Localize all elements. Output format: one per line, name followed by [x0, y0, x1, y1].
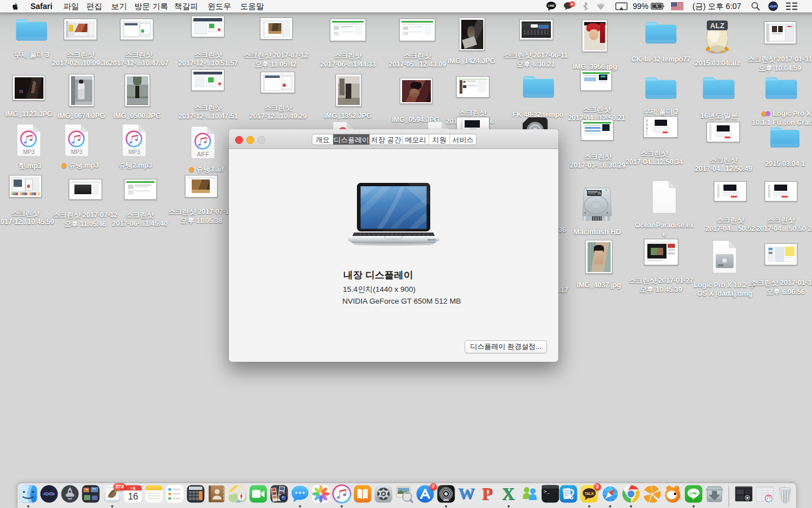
svg-text:N: N — [571, 2, 573, 6]
svg-text:ALZ: ALZ — [710, 21, 724, 30]
svg-text:LINE: LINE — [548, 4, 555, 7]
svg-text:>_: >_ — [544, 489, 550, 495]
svg-text:X: X — [502, 484, 514, 503]
svg-text:TALK: TALK — [585, 492, 594, 496]
svg-text:P: P — [482, 484, 492, 503]
svg-text:2월: 2월 — [130, 487, 135, 490]
svg-text:W: W — [458, 484, 474, 502]
svg-text:16: 16 — [128, 492, 138, 501]
svg-text:LINE: LINE — [690, 492, 698, 495]
